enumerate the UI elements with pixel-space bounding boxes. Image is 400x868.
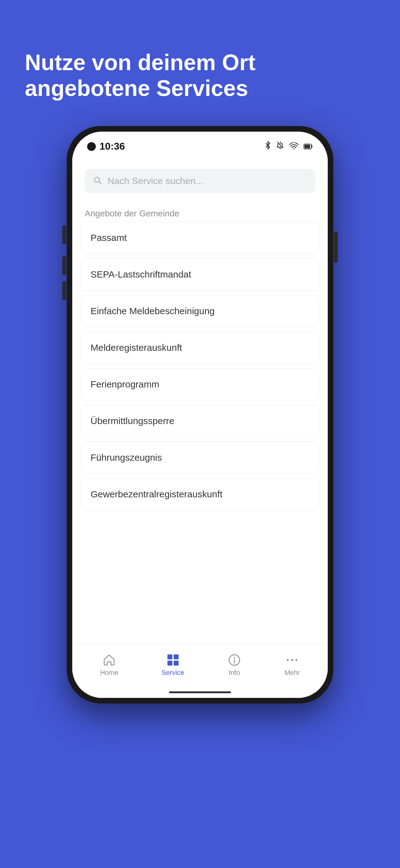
service-item-sepa[interactable]: SEPA-Lastschriftmandat	[81, 258, 319, 290]
section-title: Angebote der Gemeinde	[72, 199, 328, 222]
hero-section: Nutze von deinem Ort angebotene Services	[0, 0, 400, 120]
camera-dot	[87, 142, 96, 151]
service-item-uebermittlungssperre[interactable]: Übermittlungssperre	[81, 405, 319, 437]
status-icons	[265, 141, 313, 152]
search-icon	[93, 176, 102, 186]
service-item-melderegister[interactable]: Melderegisterauskunft	[81, 332, 319, 364]
nav-item-mehr[interactable]: Mehr	[275, 650, 309, 680]
svg-point-11	[291, 659, 293, 661]
vol-up-button	[62, 256, 66, 275]
phone-mockup: 10:36	[67, 126, 333, 704]
bottom-nav: Home Service	[72, 643, 328, 687]
svg-point-9	[234, 657, 235, 658]
status-left: 10:36	[87, 141, 125, 152]
search-input[interactable]: Nach Service suchen...	[108, 176, 203, 186]
service-item-gewerbezentral[interactable]: Gewerbezentralregisterauskunft	[81, 478, 319, 510]
bell-off-icon	[276, 141, 284, 152]
service-item-ferienprogramm[interactable]: Ferienprogramm	[81, 368, 319, 400]
search-section: Nach Service suchen...	[72, 156, 328, 199]
svg-rect-5	[174, 654, 178, 659]
app-content: Nach Service suchen... Angebote der Geme…	[72, 156, 328, 698]
svg-rect-6	[167, 661, 172, 665]
svg-rect-7	[174, 661, 178, 665]
nav-item-home[interactable]: Home	[91, 650, 128, 680]
nav-label-home: Home	[100, 669, 119, 677]
nav-label-mehr: Mehr	[284, 669, 300, 677]
bluetooth-icon	[265, 141, 271, 152]
status-bar: 10:36	[72, 132, 328, 156]
svg-point-10	[287, 659, 289, 661]
home-indicator	[72, 687, 328, 698]
nav-item-info[interactable]: Info	[218, 650, 251, 680]
service-grid-icon	[166, 653, 180, 667]
service-item-meldebescheinigung[interactable]: Einfache Meldebescheinigung	[81, 295, 319, 327]
svg-rect-4	[167, 654, 172, 659]
svg-point-12	[296, 659, 297, 661]
battery-icon	[304, 142, 313, 152]
phone-screen: 10:36	[72, 132, 328, 698]
info-icon	[228, 653, 241, 667]
svg-point-0	[293, 148, 295, 149]
nav-label-info: Info	[229, 669, 240, 677]
nav-item-service[interactable]: Service	[152, 650, 194, 680]
mehr-dots-icon	[285, 653, 299, 667]
phone-shell: 10:36	[67, 126, 333, 704]
nav-label-service: Service	[162, 669, 184, 677]
status-time: 10:36	[100, 141, 125, 152]
service-item-fuehrungszeugnis[interactable]: Führungszeugnis	[81, 441, 319, 474]
hero-title: Nutze von deinem Ort angebotene Services	[25, 50, 375, 101]
search-bar[interactable]: Nach Service suchen...	[85, 169, 315, 193]
service-item-passamt[interactable]: Passamt	[81, 222, 319, 254]
service-list: Passamt SEPA-Lastschriftmandat Einfache …	[72, 222, 328, 643]
home-icon	[102, 653, 116, 667]
wifi-icon	[289, 142, 299, 152]
home-indicator-bar	[169, 691, 231, 693]
vol-down-button	[62, 281, 66, 300]
svg-rect-2	[304, 145, 310, 148]
